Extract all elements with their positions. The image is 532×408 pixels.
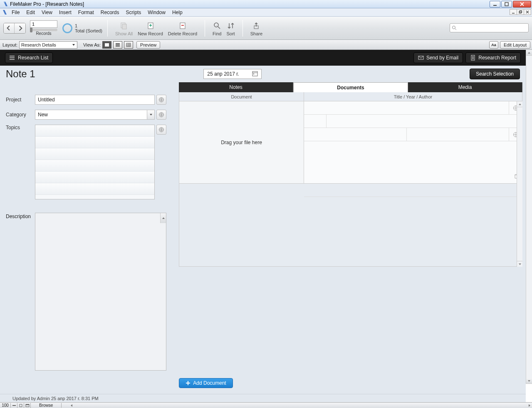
svg-point-18 — [10, 57, 10, 58]
tab-documents[interactable]: Documents — [293, 82, 408, 92]
preview-button[interactable]: Preview — [136, 41, 160, 49]
topics-globe-button[interactable] — [156, 125, 166, 135]
hscroll-right[interactable] — [528, 403, 531, 408]
add-document-button[interactable]: Add Document — [179, 378, 233, 388]
zoom-level[interactable]: 100 — [0, 403, 11, 408]
menu-help[interactable]: Help — [169, 9, 186, 16]
app-icon — [2, 1, 8, 7]
window-maximize[interactable] — [501, 1, 512, 7]
description-scroll-up[interactable] — [160, 213, 166, 223]
documents-col-document: Document — [179, 92, 304, 101]
svg-rect-12 — [105, 43, 109, 47]
svg-rect-30 — [20, 404, 22, 407]
category-globe-button[interactable] — [156, 110, 166, 120]
nav-prev[interactable] — [4, 23, 15, 33]
send-email-button[interactable]: Send by Email — [413, 52, 463, 63]
research-report-button[interactable]: Research Report — [465, 52, 521, 63]
doc-year-row[interactable] — [304, 115, 522, 128]
hscroll-left[interactable] — [70, 403, 73, 408]
found-set-pie-icon[interactable] — [62, 23, 72, 33]
window-minimize[interactable] — [490, 1, 500, 7]
child-minimize[interactable] — [510, 9, 517, 15]
research-list-button[interactable]: Research List — [5, 52, 53, 63]
project-field[interactable]: Untitled — [35, 95, 155, 105]
edit-layout-button[interactable]: Edit Layout — [500, 41, 530, 49]
mode-selector[interactable]: Browse — [31, 403, 62, 408]
category-field[interactable]: New — [35, 110, 147, 120]
layout-selector[interactable]: Research Details — [19, 41, 77, 49]
svg-rect-32 — [26, 404, 29, 405]
svg-rect-6 — [122, 24, 126, 29]
zoom-out[interactable] — [11, 403, 17, 408]
tab-media[interactable]: Media — [408, 82, 522, 92]
documents-portal-scrollbar[interactable] — [517, 101, 522, 267]
record-number-input[interactable] — [30, 20, 57, 28]
svg-rect-15 — [116, 46, 120, 47]
category-dropdown[interactable] — [147, 110, 155, 120]
topics-label: Topics — [6, 125, 35, 130]
body-vscrollbar[interactable] — [526, 50, 532, 384]
svg-point-19 — [10, 59, 10, 60]
description-field[interactable] — [35, 213, 166, 371]
child-restore[interactable] — [517, 9, 524, 15]
view-list[interactable] — [113, 41, 122, 49]
show-all-button[interactable]: Show All — [113, 20, 135, 36]
menu-format[interactable]: Format — [75, 9, 97, 16]
doc-notes-row[interactable] — [304, 141, 522, 197]
menu-window[interactable]: Window — [144, 9, 169, 16]
record-slider[interactable] — [30, 29, 57, 31]
window-close[interactable] — [513, 1, 531, 7]
search-selection-button[interactable]: Search Selection — [470, 69, 520, 79]
found-label: Total (Sorted) — [75, 28, 102, 33]
category-label: Category — [6, 112, 35, 118]
status-toggle[interactable] — [24, 403, 31, 408]
delete-record-button[interactable]: Delete Record — [166, 20, 200, 36]
viewas-label: View As: — [83, 42, 101, 47]
menu-file[interactable]: File — [8, 9, 23, 16]
menu-view[interactable]: View — [38, 9, 56, 16]
menu-insert[interactable]: Insert — [56, 9, 75, 16]
document-container-field[interactable]: Drag your file here — [179, 101, 304, 183]
find-button[interactable]: Find — [210, 20, 224, 36]
svg-rect-14 — [116, 44, 120, 45]
svg-rect-16 — [126, 43, 131, 47]
quick-find-input[interactable] — [458, 25, 527, 31]
svg-rect-21 — [471, 55, 475, 60]
zoom-in[interactable] — [17, 403, 24, 408]
menu-records[interactable]: Records — [97, 9, 123, 16]
child-close[interactable] — [524, 9, 531, 15]
svg-rect-2 — [512, 13, 515, 14]
share-button[interactable]: Share — [248, 20, 265, 36]
svg-rect-23 — [253, 74, 254, 74]
doc-title-row[interactable] — [304, 101, 522, 115]
project-globe-button[interactable] — [156, 95, 166, 105]
document-icon — [2, 10, 7, 15]
calendar-icon[interactable] — [252, 71, 258, 78]
note-title: Note 1 — [6, 68, 35, 80]
menu-edit[interactable]: Edit — [23, 9, 38, 16]
description-label: Description — [6, 213, 35, 219]
note-date-field[interactable]: 25 апр 2017 г. — [203, 69, 262, 79]
vscroll-up[interactable] — [526, 50, 532, 56]
svg-rect-22 — [252, 71, 257, 76]
svg-rect-4 — [520, 11, 522, 13]
svg-rect-13 — [116, 43, 120, 44]
sort-button[interactable]: Sort — [224, 20, 238, 36]
nav-next[interactable] — [15, 23, 25, 33]
view-table[interactable] — [124, 41, 133, 49]
tab-notes[interactable]: Notes — [179, 82, 293, 92]
view-form[interactable] — [102, 41, 111, 49]
window-title: FileMaker Pro - [Research Notes] — [10, 1, 84, 7]
records-label: Records — [30, 31, 57, 36]
svg-point-11 — [453, 26, 455, 29]
new-record-button[interactable]: New Record — [135, 20, 166, 36]
doc-author-row[interactable] — [304, 128, 522, 141]
vscroll-down[interactable] — [526, 378, 532, 384]
found-count: 1 — [75, 23, 102, 28]
topics-portal[interactable] — [35, 125, 155, 199]
quick-find[interactable] — [450, 23, 529, 32]
svg-rect-29 — [12, 405, 16, 406]
menu-scripts[interactable]: Scripts — [123, 9, 145, 16]
text-formatting-button[interactable]: Aa — [489, 41, 498, 49]
project-label: Project — [6, 97, 35, 103]
